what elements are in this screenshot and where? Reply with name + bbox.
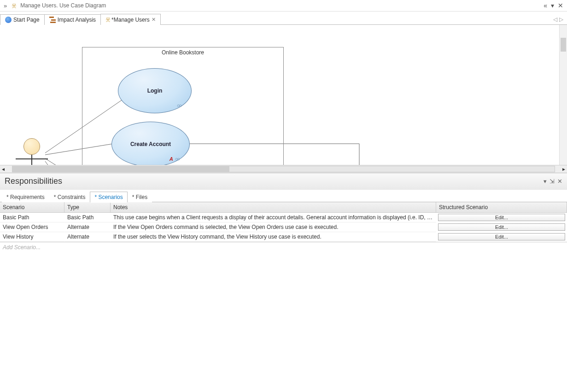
collapse-icon[interactable]: « [544,2,547,9]
use-case-icon: 옷 [105,16,110,23]
vertical-scrollbar[interactable] [559,25,567,165]
close-panel-icon[interactable]: ✕ [557,178,562,185]
horizontal-scrollbar[interactable]: ◂▸ [0,165,567,173]
use-case-label: Login [147,88,163,94]
title-bar: » 옷 Manage Users. Use Case Diagram « ▾ ✕ [0,0,567,12]
tab-label: *Manage Users [111,17,150,23]
tab-label: Impact Analysis [58,17,96,23]
tab-scenarios[interactable]: * Scenarios [90,192,127,202]
tab-start-page[interactable]: Start Page [0,14,45,25]
add-scenario-row[interactable]: Add Scenario... [0,242,567,252]
edit-button[interactable]: Edit... [438,223,565,231]
edit-button[interactable]: Edit... [438,214,565,221]
dropdown-icon[interactable]: ▾ [551,2,554,9]
chevron-right-icon[interactable]: » [4,2,7,9]
col-notes[interactable]: Notes [111,202,436,213]
close-window-icon[interactable]: ✕ [558,2,563,9]
actor-head-icon [23,138,40,155]
tab-requirements[interactable]: * Requirements [2,192,49,202]
cell-type[interactable]: Alternate [64,222,111,232]
tab-label: Start Page [13,17,40,23]
use-case-login[interactable]: Login ○○ [118,68,192,113]
panel-title: Responsibilities [5,176,62,186]
col-structured[interactable]: Structured Scenario [436,202,567,213]
actor-client[interactable]: Client (from Actors) [16,138,48,165]
tab-constraints[interactable]: * Constraints [49,192,90,202]
edit-button[interactable]: Edit... [438,233,565,240]
hierarchy-icon [49,17,56,23]
use-case-icon: 옷 [12,2,16,9]
scenarios-grid: Scenario Type Notes Structured Scenario … [0,202,567,252]
cell-type[interactable]: Basic Path [64,213,111,222]
cell-type[interactable]: Alternate [64,232,111,242]
cell-notes[interactable]: This use case begins when a Client reque… [111,213,436,222]
cell-scenario[interactable]: View Open Orders [0,222,64,232]
diagram-canvas[interactable]: Online Bookstore Client (from Actors) Lo… [0,25,567,165]
cell-scenario[interactable]: View History [0,232,64,242]
responsibilities-tabs: * Requirements * Constraints * Scenarios… [0,190,567,202]
window-title: Manage Users. Use Case Diagram [20,2,106,9]
cell-notes[interactable]: If the View Open Orders command is selec… [111,222,436,232]
system-boundary-title: Online Bookstore [162,49,204,56]
use-case-create-account[interactable]: Create Account ○○ [111,122,190,165]
pin-icon[interactable]: ⇲ [549,178,555,185]
editor-tabs: Start Page Impact Analysis 옷 *Manage Use… [0,12,567,25]
use-case-label: Create Account [130,141,171,147]
nav-right-icon[interactable]: ▷ [559,16,563,23]
panel-menu-icon[interactable]: ▾ [544,178,547,185]
col-type[interactable]: Type [64,202,111,213]
cell-notes[interactable]: If the user selects the View History com… [111,232,436,242]
responsibilities-header: Responsibilities ▾ ⇲ ✕ [0,173,567,190]
nav-left-icon[interactable]: ◁ [553,16,557,23]
tab-files[interactable]: * Files [128,192,152,202]
close-tab-icon[interactable]: ✕ [152,17,156,23]
col-scenario[interactable]: Scenario [0,202,64,213]
tab-manage-users[interactable]: 옷 *Manage Users ✕ [100,14,161,25]
cell-scenario[interactable]: Basic Path [0,213,64,222]
tab-impact-analysis[interactable]: Impact Analysis [44,14,101,25]
globe-icon [5,17,12,23]
